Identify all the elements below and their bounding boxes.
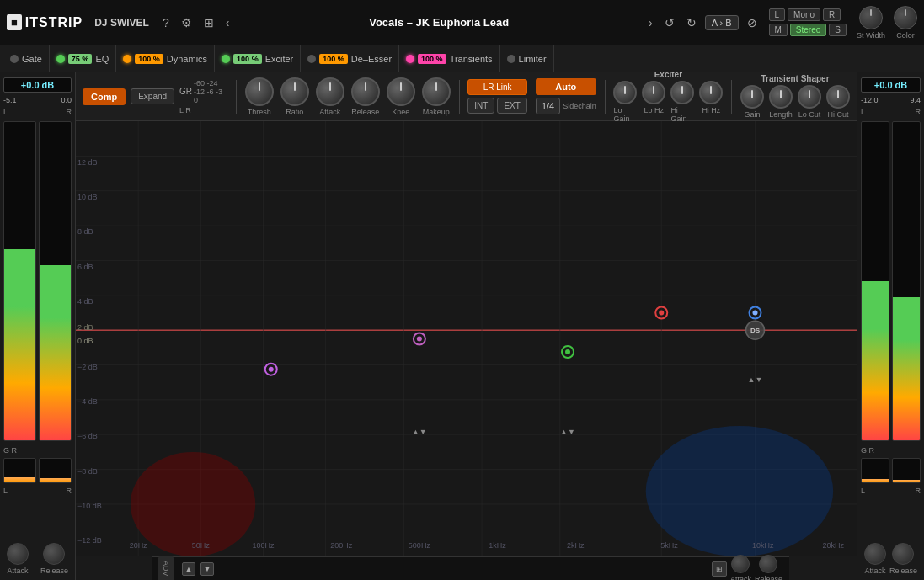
gr-marks: -60 -24 -12 -6 -3 0	[194, 79, 227, 104]
s-button[interactable]: S	[829, 24, 847, 36]
adv-down-arrow[interactable]: ▼	[200, 562, 214, 576]
eq-svg: DS ▲▼ ▲▼ ▲▼ 12 dB 10 dB 8 dB 6 dB 4 dB 2…	[76, 121, 857, 556]
left-gr-meters	[3, 458, 72, 483]
ratio-knob[interactable]	[280, 77, 309, 106]
st-width-knob[interactable]	[859, 6, 883, 29]
gate-power-dot	[10, 55, 19, 63]
knee-knob[interactable]	[387, 77, 415, 106]
bypass-icon[interactable]: ⊘	[744, 14, 761, 31]
eq-module[interactable]: 75 % EQ	[50, 45, 116, 72]
db-label-n8: −8 dB	[77, 467, 98, 476]
gate-module[interactable]: Gate	[3, 45, 50, 72]
db-label-0: 0 dB	[77, 337, 93, 345]
hi-gain-knob[interactable]	[670, 81, 694, 104]
forward-icon[interactable]: ›	[645, 14, 656, 31]
eq-controls: Comp Expand GR -60 -24 -12 -6 -3 0 L R T…	[76, 72, 857, 121]
dynamics-module[interactable]: 100 % Dynamics	[116, 45, 215, 72]
limiter-module[interactable]: Limiter	[500, 45, 554, 72]
m-button[interactable]: M	[769, 24, 788, 36]
node-arrows-1: ▲▼	[412, 428, 427, 436]
help-icon[interactable]: ?	[159, 14, 173, 31]
makeup-knob[interactable]	[422, 77, 451, 106]
save-icon[interactable]: ⊞	[200, 14, 217, 31]
lr-bottom-right-l: L	[861, 487, 865, 495]
back-icon[interactable]: ‹	[222, 14, 233, 31]
right-meters	[861, 121, 921, 441]
deesser-module[interactable]: 100 % De–Esser	[301, 45, 399, 72]
thresh-label: Thresh	[248, 108, 271, 116]
ts-lo-cut-knob[interactable]	[798, 85, 821, 109]
freq-50: 50Hz	[192, 541, 211, 550]
transients-power-dot	[406, 55, 414, 63]
hi-hz-label: Hi Hz	[702, 106, 720, 114]
color-knob[interactable]	[894, 6, 917, 29]
exciter-module[interactable]: 100 % Exciter	[215, 45, 301, 72]
l-button[interactable]: L	[769, 8, 786, 21]
ext-button[interactable]: EXT	[497, 98, 526, 114]
expand-button[interactable]: Expand	[131, 88, 174, 104]
exciter-power-dot	[222, 55, 230, 63]
bottom-attack-label: Attack	[730, 575, 751, 581]
lo-hz-label: Lo Hz	[644, 106, 665, 114]
r-button[interactable]: R	[823, 8, 841, 21]
db-label-n12: −12 dB	[77, 536, 102, 545]
undo-icon[interactable]: ↺	[661, 14, 678, 31]
release-knob[interactable]	[351, 77, 380, 106]
gear-icon[interactable]: ⚙	[178, 14, 195, 31]
transients-pct: 100 %	[418, 54, 446, 64]
db-label-12: 12 dB	[77, 158, 98, 167]
hi-hz-knob[interactable]	[699, 81, 723, 104]
gr-display: GR -60 -24 -12 -6 -3 0	[179, 79, 227, 104]
right-r-fill	[893, 297, 920, 440]
grid-icon[interactable]: ⊞	[712, 561, 727, 577]
int-button[interactable]: INT	[467, 98, 494, 114]
right-panel: +0.0 dB -12.0 9.4 L R G R	[857, 72, 924, 580]
stereo-button[interactable]: Stereo	[790, 24, 826, 36]
lo-gain-knob[interactable]	[613, 81, 637, 104]
eq-canvas[interactable]: DS ▲▼ ▲▼ ▲▼ 12 dB 10 dB 8 dB 6 dB 4 dB 2…	[76, 121, 857, 556]
left-r-meter	[39, 121, 72, 441]
ts-hi-cut-label: Hi Cut	[828, 110, 849, 119]
adv-section[interactable]: ADV	[158, 556, 174, 581]
left-neg-val: -5.1	[3, 96, 17, 104]
redo-icon[interactable]: ↻	[683, 14, 700, 31]
adv-up-arrow[interactable]: ▲	[182, 562, 195, 576]
left-pos-val: 0.0	[61, 96, 72, 104]
ts-gain-knob[interactable]	[740, 85, 764, 109]
attack-knob[interactable]	[316, 77, 344, 106]
right-attack-knob[interactable]	[864, 543, 886, 565]
r-label-right: R	[916, 108, 921, 116]
thresh-knob[interactable]	[245, 77, 274, 106]
lo-hz-knob[interactable]	[642, 81, 665, 104]
right-release-label: Release	[889, 567, 917, 575]
db-label-n6: −6 dB	[77, 432, 98, 440]
left-attack-knob[interactable]	[7, 543, 29, 565]
right-attack-label: Attack	[864, 567, 885, 575]
mono-button[interactable]: Mono	[788, 8, 820, 21]
ts-hi-cut-knob[interactable]	[826, 85, 850, 109]
transient-section: Transient Shaper Gain Length Lo Cut	[740, 74, 850, 119]
auto-button[interactable]: Auto	[536, 78, 596, 95]
left-release-label: Release	[40, 567, 68, 575]
right-gr-meters	[861, 458, 921, 483]
lr-link-button[interactable]: LR Link	[467, 79, 527, 95]
bottom-release-knob[interactable]	[759, 555, 777, 573]
comp-button[interactable]: Comp	[83, 88, 126, 105]
right-l-fill	[862, 281, 889, 440]
gate-label: Gate	[22, 54, 42, 64]
right-gr-r-meter	[892, 458, 921, 483]
freq-500: 500Hz	[409, 541, 431, 550]
center-bottom-bar: ADV ▲ ▼ ⊞ Attack Release	[152, 556, 789, 580]
ts-length-knob[interactable]	[769, 85, 793, 109]
bottom-attack-knob[interactable]	[731, 555, 750, 573]
knee-label: Knee	[392, 108, 409, 116]
lr-bottom-right: R	[67, 487, 72, 495]
dj-swivel-label: DJ SWIVEL	[94, 17, 149, 29]
left-release-knob[interactable]	[43, 543, 65, 565]
sidechain-value[interactable]: 1/4	[536, 98, 560, 114]
ab-button[interactable]: A › B	[705, 15, 739, 30]
ts-lo-cut-label: Lo Cut	[798, 110, 821, 119]
right-release-knob[interactable]	[892, 543, 914, 565]
transients-module[interactable]: 100 % Transients	[399, 45, 499, 72]
left-l-fill	[4, 249, 35, 440]
